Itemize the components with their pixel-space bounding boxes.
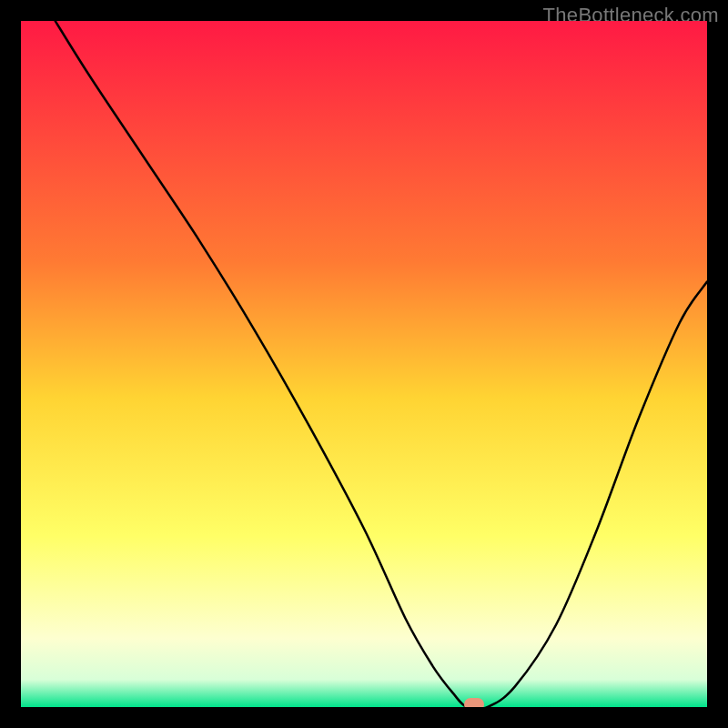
optimal-point-marker bbox=[464, 698, 484, 707]
chart-area bbox=[21, 21, 707, 707]
curve-layer bbox=[21, 21, 707, 707]
